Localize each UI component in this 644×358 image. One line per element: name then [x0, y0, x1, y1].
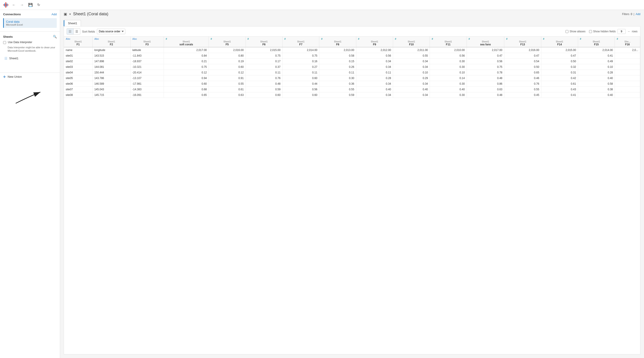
table-cell: name: [64, 47, 92, 53]
sheets-section: Sheets 🔍 Use Data Interpreter Data Inter…: [0, 33, 60, 64]
filters-count: 0: [631, 13, 632, 16]
top-bar: ← → 💾 ↻: [0, 0, 644, 10]
table-cell: 0.75: [467, 64, 504, 70]
table-cell: 0.11: [282, 70, 319, 75]
table-cell: 0.34: [356, 59, 393, 64]
table-cell: 0.41: [541, 92, 578, 98]
table-cell: 0.48: [467, 92, 504, 98]
table-cell: 0.31: [541, 70, 578, 75]
col-sheet-F7: Sheet1: [284, 40, 317, 43]
table-cell: 0.30: [430, 81, 467, 87]
table-cell: -13.107: [130, 75, 164, 81]
sheets-title: Sheets: [3, 35, 13, 38]
table-cell: 0.30: [430, 92, 467, 98]
col-header-F15: # Sheet1 F15: [578, 37, 615, 47]
table-cell: 0.30: [430, 64, 467, 70]
rows-label: rows: [632, 30, 638, 33]
col-type-F15: #: [580, 38, 613, 40]
table-cell: 0.34: [393, 81, 430, 87]
grid-view-button[interactable]: ☷: [67, 29, 74, 34]
col-sheet-F2: Sheet1: [94, 40, 128, 43]
table-cell: site02: [64, 59, 92, 64]
table-cell: 0.38: [578, 87, 615, 92]
col-header-F11: # Sheet1 F11: [430, 37, 467, 47]
col-type-F14: #: [543, 38, 576, 40]
col-sheet-F11: Sheet1: [432, 40, 464, 43]
table-cell: 0.10: [393, 70, 430, 75]
table-cell: 147.898: [92, 59, 130, 64]
col-sheet-F8: Sheet1: [321, 40, 354, 43]
table-cell: 0.76: [246, 75, 282, 81]
table-cell: [615, 64, 640, 70]
table-cell: 0.15: [319, 59, 356, 64]
rows-input[interactable]: 9: [618, 29, 626, 34]
new-union-button[interactable]: ✚ New Union: [0, 73, 60, 81]
list-view-button[interactable]: ☰: [74, 29, 80, 34]
table-cell: 0.75: [246, 53, 282, 59]
table-cell: 2,014.00: [282, 47, 319, 53]
table-cell: 2,016.00: [504, 47, 541, 53]
sheet-tab-sheet1[interactable]: Sheet1: [64, 20, 81, 26]
sheets-search-button[interactable]: 🔍: [53, 35, 57, 38]
table-container[interactable]: Abc Sheet1 F1 Abc Sheet1 F2: [64, 37, 640, 354]
table-cell: longitude: [92, 47, 130, 53]
table-cell: 144.081: [92, 64, 130, 70]
show-aliases-checkbox[interactable]: [566, 30, 568, 33]
table-cell: site06: [64, 81, 92, 87]
save-button[interactable]: 💾: [27, 2, 34, 8]
back-button[interactable]: ←: [11, 2, 17, 8]
table-cell: 2,016.00: [209, 47, 246, 53]
sheet-item-sheet1[interactable]: ☷ Sheet1: [3, 56, 57, 61]
table-cell: 0.68: [164, 87, 208, 92]
col-type-F5: #: [210, 38, 244, 40]
table-cell: -10.321: [130, 64, 164, 70]
table-cell: 0.47: [467, 53, 504, 59]
table-cell: 0.76: [504, 81, 541, 87]
table-cell: 0.34: [393, 64, 430, 70]
connection-item[interactable]: Coral data Microsoft Excel: [3, 18, 57, 28]
table-cell: 0.32: [541, 64, 578, 70]
table-cell: -18.937: [130, 59, 164, 64]
interpreter-checkbox[interactable]: [3, 41, 6, 44]
table-cell: 0.36: [319, 81, 356, 87]
table-row: site03144.081-10.3210.750.600.370.270.26…: [64, 64, 640, 70]
table-row: site05143.786-13.1070.940.910.760.600.30…: [64, 75, 640, 81]
col-name-F1: F1: [66, 43, 90, 46]
new-union-label: New Union: [8, 75, 22, 78]
add-connection-link[interactable]: Add: [52, 13, 57, 16]
filters-add-link[interactable]: Add: [636, 13, 640, 16]
col-name-F5: F5: [210, 43, 244, 46]
sort-select[interactable]: Data source order Name: [97, 29, 125, 34]
table-cell: 0.27: [282, 64, 319, 70]
table-cell: 0.21: [164, 59, 208, 64]
table-row: site08145.715-16.0910.650.630.600.600.59…: [64, 92, 640, 98]
col-name-F9: F9: [358, 43, 391, 46]
table-cell: 2,0...: [615, 47, 640, 53]
table-cell: 0.56: [430, 53, 467, 59]
refresh-button[interactable]: ↻: [36, 2, 42, 8]
table-cell: 0.55: [209, 81, 246, 87]
view-toggle: ☷ ☰: [66, 28, 80, 35]
col-type-sea-fans: #: [469, 38, 502, 40]
col-sheet-sea-fans: Sheet1: [469, 40, 502, 43]
table-cell: 2,012.00: [356, 47, 393, 53]
table-cell: 0.40: [393, 87, 430, 92]
table-cell: 0.43: [541, 87, 578, 92]
show-hidden-checkbox[interactable]: [589, 30, 592, 33]
forward-button[interactable]: →: [19, 2, 25, 8]
table-cell: 0.47: [541, 53, 578, 59]
table-cell: 143.786: [92, 75, 130, 81]
col-type-F10: #: [395, 38, 428, 40]
table-cell: 0.28: [578, 70, 615, 75]
table-cell: -20.414: [130, 70, 164, 75]
table-cell: 0.37: [246, 64, 282, 70]
col-header-F6: # Sheet1 F6: [246, 37, 282, 47]
table-cell: 0.40: [356, 87, 393, 92]
table-cell: 0.59: [246, 87, 282, 92]
connection-name: Coral data: [6, 20, 54, 23]
table-cell: 0.40: [578, 75, 615, 81]
table-cell: 0.34: [356, 81, 393, 87]
col-type-F9: #: [358, 38, 391, 40]
col-sheet-F16: She...: [617, 40, 638, 43]
col-sheet-F14: Sheet1: [543, 40, 576, 43]
